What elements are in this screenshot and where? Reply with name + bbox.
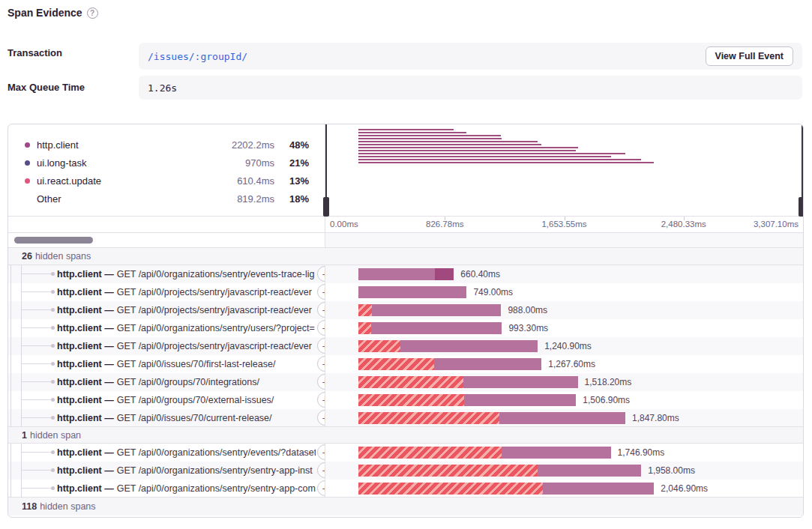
axis-tick-label: 0.00ms — [330, 220, 358, 229]
tree-node-dot — [51, 398, 55, 402]
tree-trunk-line — [21, 444, 22, 462]
expand-span-button[interactable]: + — [317, 356, 325, 372]
span-duration-label: 1,958.00ms — [648, 465, 695, 476]
span-url: GET /api/0/groups/70/external-issues/ — [117, 395, 274, 405]
span-row: http.client —GET /api/0/organizations/se… — [8, 444, 803, 462]
tree-trunk-line — [10, 301, 11, 319]
minimap-span-bar — [358, 129, 454, 130]
legend-percent: 21% — [274, 157, 309, 169]
tree-trunk-line — [21, 355, 22, 373]
expand-span-button[interactable]: + — [317, 480, 325, 496]
legend-item: ui.react.update610.4ms13% — [25, 172, 309, 190]
span-row: http.client —GET /api/0/projects/sentry/… — [8, 337, 803, 355]
span-url: GET /api/0/organizations/sentry/sentry-a… — [117, 465, 313, 476]
expand-span-button[interactable]: + — [317, 338, 325, 354]
span-description: http.client —GET /api/0/groups/70/extern… — [57, 391, 316, 409]
span-description: http.client —GET /api/0/organizations/se… — [57, 265, 316, 283]
span-description: http.client —GET /api/0/projects/sentry/… — [57, 301, 316, 319]
minimap-right-handle[interactable] — [802, 124, 803, 216]
tree-trunk-line — [21, 391, 22, 409]
span-url: GET /api/0/organizations/sentry/users/?p… — [117, 323, 315, 333]
legend-dot-icon — [25, 142, 30, 148]
help-icon[interactable]: ? — [87, 7, 98, 19]
span-url: GET /api/0/projects/sentry/javascript-re… — [117, 287, 312, 297]
view-full-event-button[interactable]: View Full Event — [706, 46, 793, 66]
legend-value: 970ms — [245, 157, 274, 169]
span-row: http.client —GET /api/0/organizations/se… — [8, 319, 803, 337]
span-duration-bar — [358, 483, 654, 495]
span-duration-bar — [358, 268, 454, 280]
expand-span-button[interactable]: + — [317, 392, 325, 408]
expand-span-button[interactable]: + — [317, 266, 325, 282]
max-queue-time-value: 1.26s — [148, 82, 177, 94]
page-title: Span Evidence — [7, 7, 82, 19]
span-duration-label: 1,506.90ms — [583, 395, 630, 405]
legend-percent: 13% — [274, 175, 309, 187]
queue-time-hatch — [358, 483, 543, 495]
tree-trunk-line — [21, 301, 22, 319]
expand-span-button[interactable]: + — [317, 410, 325, 426]
expand-span-button[interactable]: + — [317, 320, 325, 336]
tree-trunk-line — [21, 337, 22, 355]
span-description: http.client —GET /api/0/organizations/se… — [57, 480, 316, 498]
legend-dot-empty — [25, 196, 30, 202]
tree-node-dot — [51, 272, 55, 276]
tree-node-dot — [51, 486, 55, 490]
max-queue-time-box: 1.26s — [139, 76, 802, 100]
tree-connector-line — [21, 452, 51, 453]
axis-tick-label: 1,653.55ms — [541, 220, 586, 229]
span-description: http.client —GET /api/0/issues/70/first-… — [57, 355, 316, 373]
queue-time-hatch — [358, 394, 464, 406]
span-op: http.client — — [57, 359, 114, 369]
tree-trunk-line — [10, 480, 11, 498]
span-op: http.client — — [57, 483, 114, 494]
tree-node-dot — [51, 326, 55, 330]
span-url: GET /api/0/issues/70/current-release/ — [117, 413, 272, 423]
tree-connector-line — [21, 309, 51, 310]
transaction-label: Transaction — [7, 47, 62, 58]
legend-item: Other819.2ms18% — [25, 190, 309, 208]
tree-node-dot — [51, 362, 55, 366]
span-row: http.client —GET /api/0/organizations/se… — [8, 480, 803, 498]
tree-connector-line — [21, 363, 51, 364]
hidden-spans-text: hidden span — [30, 430, 81, 441]
expand-span-button[interactable]: + — [317, 302, 325, 318]
horizontal-scrollbar[interactable] — [14, 237, 93, 244]
tree-trunk-line — [21, 283, 22, 301]
expand-span-button[interactable]: + — [317, 284, 325, 300]
span-row: http.client —GET /api/0/issues/70/first-… — [8, 355, 803, 373]
span-description: http.client —GET /api/0/issues/70/curren… — [57, 409, 316, 427]
queue-time-hatch — [358, 412, 499, 424]
span-row: http.client —GET /api/0/projects/sentry/… — [8, 301, 803, 319]
chart-header: http.client2202.2ms48%ui.long-task970ms2… — [8, 124, 803, 216]
tree-node-dot — [51, 450, 55, 454]
span-row: http.client —GET /api/0/issues/70/curren… — [8, 409, 803, 427]
hidden-spans-row: 1hidden span — [8, 426, 803, 444]
legend-item: ui.long-task970ms21% — [25, 154, 309, 172]
expand-span-button[interactable]: + — [317, 462, 325, 478]
minimap-span-bar — [358, 156, 610, 157]
expand-span-button[interactable]: + — [317, 444, 325, 460]
span-duration-bar — [358, 394, 576, 406]
span-duration-bar — [358, 358, 541, 370]
tree-connector-line — [21, 273, 51, 274]
legend-list: http.client2202.2ms48%ui.long-task970ms2… — [8, 124, 325, 216]
overlap-segment — [435, 268, 454, 280]
page-header: Span Evidence ? — [7, 7, 98, 19]
span-duration-label: 749.00ms — [473, 287, 513, 297]
queue-time-hatch — [358, 322, 371, 334]
queue-time-hatch — [358, 465, 537, 477]
minimap-span-bar — [358, 141, 538, 142]
span-duration-label: 1,267.60ms — [548, 359, 595, 369]
span-description: http.client —GET /api/0/organizations/se… — [57, 462, 316, 480]
expand-span-button[interactable]: + — [317, 374, 325, 390]
axis-tick-label: 2,480.33ms — [661, 220, 706, 229]
minimap-span-bar — [358, 159, 641, 160]
legend-percent: 18% — [274, 193, 309, 205]
minimap-span-bar — [358, 153, 625, 154]
tree-trunk-line — [10, 462, 11, 480]
minimap-left-handle[interactable] — [325, 124, 327, 216]
tree-connector-line — [21, 417, 51, 418]
span-duration-bar — [358, 304, 501, 316]
tree-trunk-line — [21, 319, 22, 337]
